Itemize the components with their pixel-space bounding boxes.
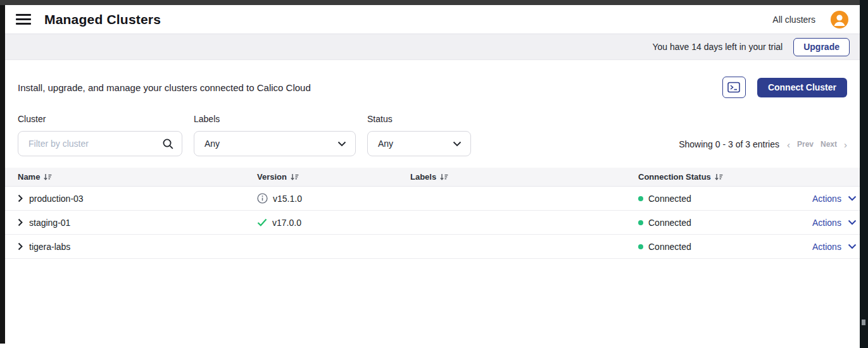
check-icon <box>257 218 267 227</box>
screen-left-edge <box>0 5 5 344</box>
screen-top-edge <box>0 0 868 5</box>
column-header-connection-status[interactable]: Connection Status <box>626 172 800 182</box>
status-filter-select[interactable]: Any <box>367 131 471 156</box>
chevron-down-icon <box>848 244 857 249</box>
actions-caret[interactable] <box>848 220 857 225</box>
next-chevron-icon[interactable]: › <box>844 140 847 149</box>
cluster-name: tigera-labs <box>29 242 70 252</box>
person-icon <box>831 11 848 28</box>
sort-icon <box>44 173 52 181</box>
chevron-down-icon <box>453 141 462 147</box>
chevron-right-icon <box>18 242 23 251</box>
chevron-down-icon <box>848 220 857 225</box>
cluster-scope-selector[interactable]: All clusters <box>772 15 815 25</box>
entries-summary: Showing 0 - 3 of 3 entries <box>679 139 779 149</box>
expand-row-button[interactable] <box>18 194 23 202</box>
column-header-version[interactable]: Version <box>244 172 398 182</box>
cluster-filter-group: Cluster <box>18 114 182 156</box>
cluster-version: v17.0.0 <box>272 218 301 228</box>
table-row: staging-01 v17.0.0 Connected Actions <box>5 211 860 235</box>
cluster-filter-input[interactable] <box>18 132 182 156</box>
chevron-down-icon <box>848 196 857 201</box>
connect-cluster-button[interactable]: Connect Cluster <box>757 78 847 97</box>
toolbar: Install, upgrade, and manage your cluste… <box>5 77 860 98</box>
user-avatar[interactable] <box>831 11 848 28</box>
table-row: production-03 v15.1.0 Connected Actions <box>5 187 860 211</box>
table-row: tigera-labs Connected Actions <box>5 235 860 259</box>
status-filter-value: Any <box>378 139 393 149</box>
search-icon[interactable] <box>162 138 174 150</box>
page-description: Install, upgrade, and manage your cluste… <box>18 82 311 93</box>
cluster-name: production-03 <box>29 194 84 204</box>
clusters-table: Name Version Labels <box>5 168 860 259</box>
trial-message: You have 14 days left in your trial <box>652 42 783 52</box>
connection-status: Connected <box>648 218 691 228</box>
chevron-right-icon <box>18 218 23 227</box>
pagination: Showing 0 - 3 of 3 entries ‹ Prev Next › <box>679 139 847 156</box>
sort-icon <box>715 173 723 181</box>
sort-icon <box>291 173 299 181</box>
cluster-version: v15.1.0 <box>273 194 302 204</box>
actions-menu-button[interactable]: Actions <box>812 218 841 228</box>
expand-row-button[interactable] <box>18 242 23 251</box>
actions-caret[interactable] <box>848 196 857 201</box>
sort-icon <box>440 173 448 181</box>
header-left: Managed Clusters <box>13 10 161 29</box>
labels-filter-group: Labels Any <box>194 114 356 156</box>
labels-filter-label: Labels <box>194 114 356 124</box>
prev-button[interactable]: Prev <box>797 140 814 149</box>
next-button[interactable]: Next <box>821 140 837 149</box>
chevron-down-icon <box>337 141 346 147</box>
screen-right-edge <box>860 0 868 348</box>
hamburger-menu-button[interactable] <box>13 10 34 29</box>
hamburger-icon <box>16 14 31 16</box>
header-right: All clusters <box>772 11 848 28</box>
terminal-button[interactable] <box>722 77 746 98</box>
scroll-indicator <box>862 320 865 325</box>
info-icon[interactable] <box>257 193 268 204</box>
connected-status-dot <box>638 220 643 225</box>
actions-caret[interactable] <box>848 244 857 249</box>
connection-status: Connected <box>648 194 691 204</box>
column-header-labels[interactable]: Labels <box>398 172 626 182</box>
terminal-icon <box>727 82 740 93</box>
cluster-name: staging-01 <box>29 218 70 228</box>
toolbar-actions: Connect Cluster <box>722 77 847 98</box>
pager: ‹ Prev Next › <box>787 140 847 149</box>
page-title: Managed Clusters <box>44 12 161 27</box>
upgrade-button[interactable]: Upgrade <box>793 38 850 56</box>
actions-menu-button[interactable]: Actions <box>812 242 841 252</box>
cluster-filter-inputwrap <box>18 131 182 156</box>
table-header-row: Name Version Labels <box>5 168 860 187</box>
prev-chevron-icon[interactable]: ‹ <box>787 140 790 149</box>
managed-clusters-page: Managed Clusters All clusters You have 1… <box>5 5 860 348</box>
cluster-filter-label: Cluster <box>18 114 182 124</box>
status-filter-group: Status Any <box>367 114 471 156</box>
status-filter-label: Status <box>367 114 471 124</box>
labels-filter-value: Any <box>204 139 220 149</box>
app-header: Managed Clusters All clusters <box>5 5 860 34</box>
connected-status-dot <box>638 244 643 249</box>
trial-banner: You have 14 days left in your trial Upgr… <box>5 34 860 60</box>
connection-status: Connected <box>648 242 691 252</box>
connected-status-dot <box>638 196 643 201</box>
expand-row-button[interactable] <box>18 218 23 227</box>
chevron-right-icon <box>18 194 23 202</box>
actions-menu-button[interactable]: Actions <box>812 194 841 204</box>
filters-row: Cluster Labels Any Status Any <box>5 114 860 156</box>
column-header-name[interactable]: Name <box>5 172 244 182</box>
labels-filter-select[interactable]: Any <box>194 131 356 156</box>
